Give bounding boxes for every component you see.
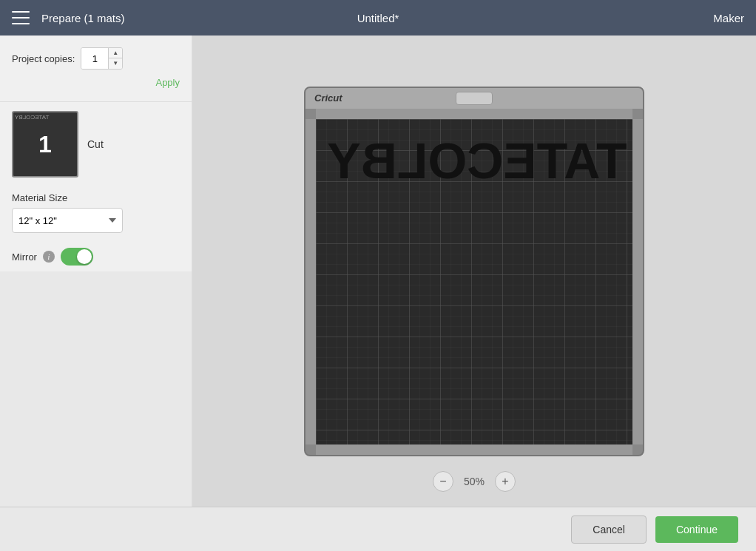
- project-copies-label: Project copies:: [12, 53, 75, 64]
- grid-svg: TATECOLBY: [316, 119, 632, 444]
- mirror-info-icon[interactable]: i: [43, 251, 55, 263]
- cutting-mat: Cricut: [304, 87, 644, 456]
- mirror-toggle[interactable]: [61, 248, 93, 266]
- mat-thumbnail[interactable]: TATECOLBY 1: [12, 111, 78, 178]
- project-copies-input[interactable]: [81, 48, 108, 69]
- ruler-bottom: [316, 444, 632, 455]
- mat-body: TATECOLBY: [306, 109, 643, 455]
- sidebar: Project copies: ▲ ▼ Apply TATECOLBY 1 Cu…: [0, 36, 192, 507]
- mat-number: 1: [38, 131, 52, 158]
- footer: Cancel Continue: [0, 507, 756, 551]
- grid-area: TATECOLBY: [316, 119, 632, 444]
- mat-design-text: TATECOLBY: [327, 132, 627, 189]
- material-size-label: Material Size: [12, 192, 180, 203]
- menu-icon[interactable]: [12, 11, 30, 24]
- copies-input-wrapper: ▲ ▼: [81, 47, 123, 70]
- copies-increment-button[interactable]: ▲: [109, 48, 122, 58]
- header: Prepare (1 mats) Untitled* Maker: [0, 0, 756, 36]
- copies-decrement-button[interactable]: ▼: [109, 58, 122, 69]
- zoom-level: 50%: [459, 476, 489, 487]
- cancel-button[interactable]: Cancel: [571, 515, 647, 544]
- mat-thumbnail-label: TATECOLBY: [15, 114, 49, 121]
- sidebar-bottom: [0, 271, 192, 507]
- copies-spinners: ▲ ▼: [108, 48, 122, 69]
- zoom-controls: − 50% +: [433, 471, 516, 492]
- ruler-right: [632, 119, 643, 444]
- continue-button[interactable]: Continue: [655, 516, 738, 543]
- mat-section: TATECOLBY 1 Cut: [0, 102, 192, 186]
- ruler-top: [316, 109, 632, 119]
- document-title: Untitled*: [357, 12, 399, 24]
- zoom-out-button[interactable]: −: [433, 471, 453, 492]
- mat-handle: [456, 92, 493, 105]
- canvas-area: Cricut: [192, 36, 756, 507]
- ruler-top-svg: [326, 109, 622, 119]
- mirror-section: Mirror i: [0, 242, 192, 271]
- material-section: Material Size 12" x 12" 12" x 24" Custom: [0, 186, 192, 242]
- material-size-select[interactable]: 12" x 12" 12" x 24" Custom: [12, 208, 123, 233]
- toggle-slider: [61, 248, 93, 266]
- zoom-in-button[interactable]: +: [495, 471, 516, 492]
- cut-label: Cut: [87, 138, 104, 150]
- mat-top-bar: Cricut: [306, 88, 643, 109]
- apply-button[interactable]: Apply: [12, 75, 180, 89]
- sidebar-top-section: Project copies: ▲ ▼ Apply: [0, 36, 192, 102]
- machine-label: Maker: [713, 12, 744, 24]
- project-copies-row: Project copies: ▲ ▼: [12, 47, 180, 70]
- main-content: Project copies: ▲ ▼ Apply TATECOLBY 1 Cu…: [0, 36, 756, 507]
- mirror-label: Mirror: [12, 251, 37, 263]
- cricut-logo: Cricut: [314, 92, 342, 104]
- ruler-left: [306, 119, 316, 444]
